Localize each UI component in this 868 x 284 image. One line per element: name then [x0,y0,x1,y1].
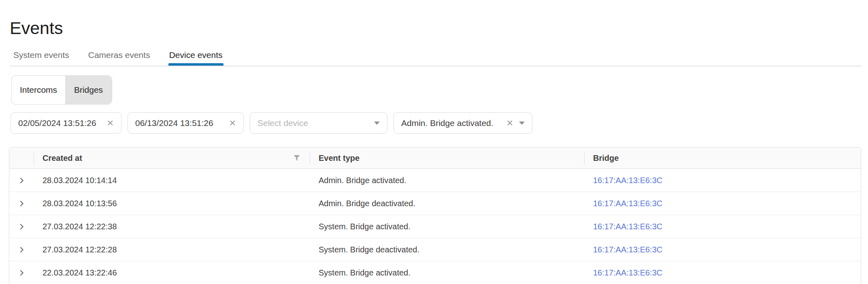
bridge-cell: 16:17:AA:13:E6:3C [584,169,861,192]
event-type-column-header: Event type [310,147,584,169]
tab-system-events[interactable]: System events [13,50,69,66]
expand-column-header [9,147,34,169]
tab-bar-divider [10,66,862,66]
clear-icon[interactable]: ✕ [229,119,236,127]
expand-cell [9,169,34,192]
filter-icon[interactable] [294,155,300,161]
expand-chevron-icon[interactable] [17,175,26,185]
bridge-link[interactable]: 16:17:AA:13:E6:3C [593,176,662,185]
bridge-cell: 16:17:AA:13:E6:3C [584,192,861,215]
bridge-cell: 16:17:AA:13:E6:3C [584,215,861,238]
created-at-cell: 27.03.2024 12:22:38 [34,215,310,238]
device-select[interactable]: Select device [250,112,387,134]
bridge-link[interactable]: 16:17:AA:13:E6:3C [593,199,662,208]
event-type-header-label: Event type [319,154,360,162]
expand-chevron-icon[interactable] [17,199,26,208]
created-at-cell: 28.03.2024 10:13:56 [34,192,310,215]
date-to-field[interactable]: ✕ [128,112,244,134]
table-header-row: Created at Event type Bridge [9,147,861,169]
table-row: 27.03.2024 12:22:28 System. Bridge deact… [9,238,861,261]
created-at-column-header: Created at [34,147,310,169]
bridge-link[interactable]: 16:17:AA:13:E6:3C [593,245,662,254]
event-type-value: Admin. Bridge activated. [401,118,501,128]
event-type-cell: Admin. Bridge deactivated. [310,192,584,215]
created-at-cell: 22.03.2024 13:22:46 [34,261,310,284]
expand-chevron-icon[interactable] [17,245,26,254]
event-type-cell: Admin. Bridge activated. [310,169,584,192]
expand-chevron-icon[interactable] [17,222,26,231]
date-from-field[interactable]: ✕ [11,112,121,134]
expand-cell [9,238,34,261]
created-at-cell: 27.03.2024 12:22:28 [34,238,310,261]
toggle-intercoms[interactable]: Intercoms [12,76,65,104]
device-select-placeholder: Select device [257,118,368,128]
expand-cell [9,215,34,238]
event-type-cell: System. Bridge activated. [310,261,584,284]
device-type-toggle: Intercoms Bridges [11,75,112,105]
tab-device-events[interactable]: Device events [169,50,223,66]
expand-cell [9,261,34,284]
created-at-header-label: Created at [43,154,82,162]
events-table: Created at Event type Bridge [9,147,861,284]
dropdown-caret-icon[interactable] [519,122,525,125]
expand-chevron-icon[interactable] [17,268,26,278]
dropdown-caret-icon[interactable] [374,122,380,125]
filter-bar: ✕ ✕ Select device Admin. Bridge activate… [11,112,532,134]
bridge-cell: 16:17:AA:13:E6:3C [584,261,861,284]
event-type-select[interactable]: Admin. Bridge activated. ✕ [394,112,532,134]
clear-icon[interactable]: ✕ [506,119,513,127]
bridge-cell: 16:17:AA:13:E6:3C [584,238,861,261]
tab-cameras-events[interactable]: Cameras events [88,50,150,66]
clear-icon[interactable]: ✕ [106,119,114,127]
page-title: Events [10,19,63,37]
created-at-cell: 28.03.2024 10:14:14 [34,169,310,192]
table-row: 28.03.2024 10:13:56 Admin. Bridge deacti… [9,192,861,215]
events-tab-bar: System events Cameras events Device even… [13,50,223,66]
bridge-header-label: Bridge [593,154,619,162]
event-type-cell: System. Bridge deactivated. [310,238,584,261]
expand-cell [9,192,34,215]
table-row: 28.03.2024 10:14:14 Admin. Bridge activa… [9,169,861,192]
bridge-link[interactable]: 16:17:AA:13:E6:3C [593,222,662,231]
table-row: 27.03.2024 12:22:38 System. Bridge activ… [9,215,861,238]
date-from-input[interactable] [18,118,102,128]
date-to-input[interactable] [135,118,224,128]
event-type-cell: System. Bridge activated. [310,215,584,238]
table-row: 22.03.2024 13:22:46 System. Bridge activ… [9,261,861,284]
toggle-bridges[interactable]: Bridges [65,76,112,104]
bridge-column-header: Bridge [584,147,861,169]
bridge-link[interactable]: 16:17:AA:13:E6:3C [593,268,662,277]
